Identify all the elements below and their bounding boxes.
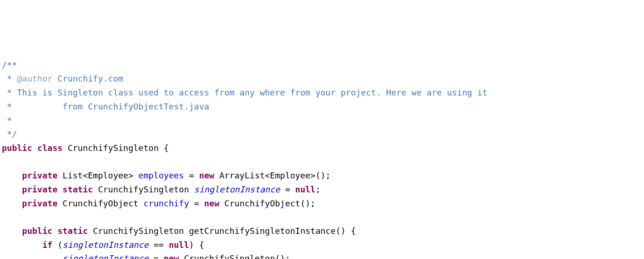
comment-line: * @author Crunchify.com xyxy=(2,74,123,83)
code-line: if (singletonInstance == null) { xyxy=(2,240,204,250)
keyword-new: new xyxy=(204,198,220,208)
code-line: public class CrunchifySingleton { xyxy=(2,143,169,153)
keyword-class: class xyxy=(37,143,63,153)
static-field-name: singletonInstance xyxy=(194,184,280,194)
keyword-public: public xyxy=(2,143,32,153)
code-line: private static CrunchifySingleton single… xyxy=(2,184,321,194)
keyword-if: if xyxy=(42,240,53,250)
static-field-name: singletonInstance xyxy=(63,253,148,259)
code-line: private CrunchifyObject crunchify = new … xyxy=(2,198,315,208)
field-name: employees xyxy=(139,170,184,180)
keyword-new: new xyxy=(164,253,179,259)
keyword-private: private xyxy=(22,170,57,180)
keyword-null: null xyxy=(295,184,315,194)
comment-line: /** xyxy=(2,60,17,70)
keyword-static: static xyxy=(57,226,88,236)
comment-line: */ xyxy=(2,129,17,139)
comment-line: * xyxy=(2,116,12,125)
static-field-name: singletonInstance xyxy=(63,240,148,250)
code-line: private List<Employee> employees = new A… xyxy=(2,170,330,180)
code-block: /** * @author Crunchify.com * This is Si… xyxy=(2,58,642,259)
keyword-public: public xyxy=(22,226,52,236)
keyword-null: null xyxy=(169,240,189,250)
keyword-new: new xyxy=(199,170,215,180)
code-line: public static CrunchifySingleton getCrun… xyxy=(2,226,356,236)
keyword-static: static xyxy=(63,184,93,194)
doc-tag: @author xyxy=(17,74,53,83)
keyword-private: private xyxy=(22,184,57,194)
keyword-private: private xyxy=(22,198,57,208)
field-name: crunchify xyxy=(143,198,189,208)
comment-line: * This is Singleton class used to access… xyxy=(2,88,487,97)
comment-line: * from CrunchifyObjectTest.java xyxy=(2,102,209,111)
code-line: singletonInstance = new CrunchifySinglet… xyxy=(2,253,290,259)
